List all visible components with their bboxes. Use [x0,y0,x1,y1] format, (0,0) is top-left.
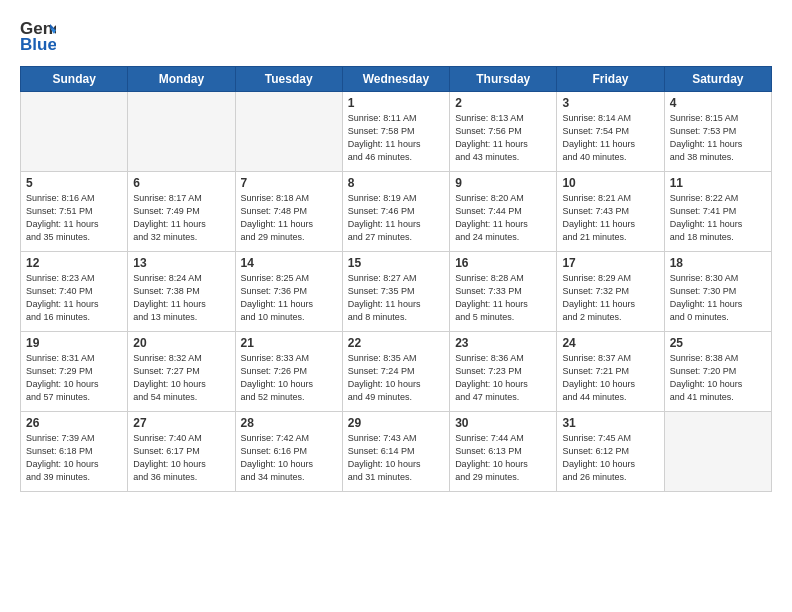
day-info: Sunrise: 8:25 AM Sunset: 7:36 PM Dayligh… [241,272,337,324]
calendar-cell: 27Sunrise: 7:40 AM Sunset: 6:17 PM Dayli… [128,412,235,492]
day-info: Sunrise: 8:30 AM Sunset: 7:30 PM Dayligh… [670,272,766,324]
day-number: 4 [670,96,766,110]
day-info: Sunrise: 8:27 AM Sunset: 7:35 PM Dayligh… [348,272,444,324]
day-number: 14 [241,256,337,270]
calendar-cell: 31Sunrise: 7:45 AM Sunset: 6:12 PM Dayli… [557,412,664,492]
day-info: Sunrise: 7:42 AM Sunset: 6:16 PM Dayligh… [241,432,337,484]
weekday-header-saturday: Saturday [664,67,771,92]
day-number: 6 [133,176,229,190]
calendar-cell: 18Sunrise: 8:30 AM Sunset: 7:30 PM Dayli… [664,252,771,332]
day-number: 12 [26,256,122,270]
day-info: Sunrise: 8:11 AM Sunset: 7:58 PM Dayligh… [348,112,444,164]
weekday-header-monday: Monday [128,67,235,92]
day-info: Sunrise: 8:37 AM Sunset: 7:21 PM Dayligh… [562,352,658,404]
calendar-cell: 20Sunrise: 8:32 AM Sunset: 7:27 PM Dayli… [128,332,235,412]
day-info: Sunrise: 8:24 AM Sunset: 7:38 PM Dayligh… [133,272,229,324]
weekday-header-thursday: Thursday [450,67,557,92]
calendar-cell: 19Sunrise: 8:31 AM Sunset: 7:29 PM Dayli… [21,332,128,412]
day-number: 26 [26,416,122,430]
calendar-cell: 21Sunrise: 8:33 AM Sunset: 7:26 PM Dayli… [235,332,342,412]
calendar-cell: 14Sunrise: 8:25 AM Sunset: 7:36 PM Dayli… [235,252,342,332]
day-info: Sunrise: 8:18 AM Sunset: 7:48 PM Dayligh… [241,192,337,244]
day-number: 21 [241,336,337,350]
day-info: Sunrise: 8:17 AM Sunset: 7:49 PM Dayligh… [133,192,229,244]
day-number: 7 [241,176,337,190]
calendar-cell: 7Sunrise: 8:18 AM Sunset: 7:48 PM Daylig… [235,172,342,252]
calendar-cell: 28Sunrise: 7:42 AM Sunset: 6:16 PM Dayli… [235,412,342,492]
calendar-cell [664,412,771,492]
svg-text:Blue: Blue [20,35,56,54]
day-number: 16 [455,256,551,270]
calendar-week-1: 1Sunrise: 8:11 AM Sunset: 7:58 PM Daylig… [21,92,772,172]
calendar-cell: 9Sunrise: 8:20 AM Sunset: 7:44 PM Daylig… [450,172,557,252]
day-number: 23 [455,336,551,350]
calendar-cell: 15Sunrise: 8:27 AM Sunset: 7:35 PM Dayli… [342,252,449,332]
day-info: Sunrise: 7:43 AM Sunset: 6:14 PM Dayligh… [348,432,444,484]
day-info: Sunrise: 8:23 AM Sunset: 7:40 PM Dayligh… [26,272,122,324]
calendar-cell: 4Sunrise: 8:15 AM Sunset: 7:53 PM Daylig… [664,92,771,172]
day-info: Sunrise: 7:45 AM Sunset: 6:12 PM Dayligh… [562,432,658,484]
calendar-cell: 24Sunrise: 8:37 AM Sunset: 7:21 PM Dayli… [557,332,664,412]
day-number: 1 [348,96,444,110]
day-info: Sunrise: 8:21 AM Sunset: 7:43 PM Dayligh… [562,192,658,244]
calendar-cell: 29Sunrise: 7:43 AM Sunset: 6:14 PM Dayli… [342,412,449,492]
day-number: 10 [562,176,658,190]
calendar-week-5: 26Sunrise: 7:39 AM Sunset: 6:18 PM Dayli… [21,412,772,492]
calendar-week-4: 19Sunrise: 8:31 AM Sunset: 7:29 PM Dayli… [21,332,772,412]
day-info: Sunrise: 8:36 AM Sunset: 7:23 PM Dayligh… [455,352,551,404]
calendar-cell: 12Sunrise: 8:23 AM Sunset: 7:40 PM Dayli… [21,252,128,332]
calendar-cell: 2Sunrise: 8:13 AM Sunset: 7:56 PM Daylig… [450,92,557,172]
calendar-cell: 11Sunrise: 8:22 AM Sunset: 7:41 PM Dayli… [664,172,771,252]
calendar-cell: 3Sunrise: 8:14 AM Sunset: 7:54 PM Daylig… [557,92,664,172]
calendar-cell: 5Sunrise: 8:16 AM Sunset: 7:51 PM Daylig… [21,172,128,252]
calendar-cell: 17Sunrise: 8:29 AM Sunset: 7:32 PM Dayli… [557,252,664,332]
calendar-cell [21,92,128,172]
calendar-cell [128,92,235,172]
day-number: 9 [455,176,551,190]
day-number: 29 [348,416,444,430]
calendar-table: SundayMondayTuesdayWednesdayThursdayFrid… [20,66,772,492]
day-info: Sunrise: 8:22 AM Sunset: 7:41 PM Dayligh… [670,192,766,244]
weekday-header-friday: Friday [557,67,664,92]
day-number: 13 [133,256,229,270]
day-number: 27 [133,416,229,430]
calendar-cell [235,92,342,172]
day-number: 18 [670,256,766,270]
day-info: Sunrise: 8:29 AM Sunset: 7:32 PM Dayligh… [562,272,658,324]
day-number: 3 [562,96,658,110]
day-info: Sunrise: 8:28 AM Sunset: 7:33 PM Dayligh… [455,272,551,324]
calendar-body: 1Sunrise: 8:11 AM Sunset: 7:58 PM Daylig… [21,92,772,492]
weekday-row: SundayMondayTuesdayWednesdayThursdayFrid… [21,67,772,92]
day-info: Sunrise: 7:40 AM Sunset: 6:17 PM Dayligh… [133,432,229,484]
calendar-cell: 22Sunrise: 8:35 AM Sunset: 7:24 PM Dayli… [342,332,449,412]
calendar-cell: 6Sunrise: 8:17 AM Sunset: 7:49 PM Daylig… [128,172,235,252]
day-number: 25 [670,336,766,350]
day-number: 15 [348,256,444,270]
calendar-cell: 23Sunrise: 8:36 AM Sunset: 7:23 PM Dayli… [450,332,557,412]
day-info: Sunrise: 8:19 AM Sunset: 7:46 PM Dayligh… [348,192,444,244]
calendar-header: SundayMondayTuesdayWednesdayThursdayFrid… [21,67,772,92]
calendar-cell: 1Sunrise: 8:11 AM Sunset: 7:58 PM Daylig… [342,92,449,172]
weekday-header-tuesday: Tuesday [235,67,342,92]
calendar-cell: 26Sunrise: 7:39 AM Sunset: 6:18 PM Dayli… [21,412,128,492]
calendar-cell: 30Sunrise: 7:44 AM Sunset: 6:13 PM Dayli… [450,412,557,492]
calendar-cell: 25Sunrise: 8:38 AM Sunset: 7:20 PM Dayli… [664,332,771,412]
day-number: 24 [562,336,658,350]
day-info: Sunrise: 7:39 AM Sunset: 6:18 PM Dayligh… [26,432,122,484]
day-number: 11 [670,176,766,190]
calendar-cell: 8Sunrise: 8:19 AM Sunset: 7:46 PM Daylig… [342,172,449,252]
calendar-cell: 16Sunrise: 8:28 AM Sunset: 7:33 PM Dayli… [450,252,557,332]
page: General Blue SundayMondayTuesdayWednesda… [0,0,792,612]
day-info: Sunrise: 8:20 AM Sunset: 7:44 PM Dayligh… [455,192,551,244]
calendar-cell: 10Sunrise: 8:21 AM Sunset: 7:43 PM Dayli… [557,172,664,252]
day-number: 28 [241,416,337,430]
day-number: 19 [26,336,122,350]
day-info: Sunrise: 8:16 AM Sunset: 7:51 PM Dayligh… [26,192,122,244]
day-info: Sunrise: 8:13 AM Sunset: 7:56 PM Dayligh… [455,112,551,164]
day-number: 31 [562,416,658,430]
logo: General Blue [20,16,56,56]
day-number: 20 [133,336,229,350]
weekday-header-wednesday: Wednesday [342,67,449,92]
header: General Blue [20,16,772,56]
day-info: Sunrise: 8:33 AM Sunset: 7:26 PM Dayligh… [241,352,337,404]
